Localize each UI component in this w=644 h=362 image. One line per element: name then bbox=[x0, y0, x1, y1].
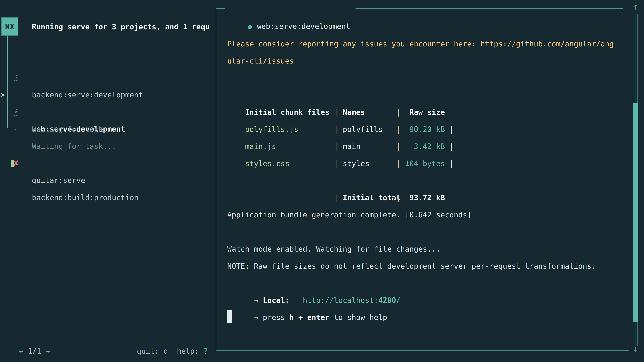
panel-title: ●web:serve:development bbox=[230, 1, 350, 18]
task-row-guitar-serve[interactable]: ✘ guitar:serve bbox=[0, 138, 215, 155]
url-suffix: / bbox=[396, 296, 401, 305]
panel-title-text: web:serve:development bbox=[257, 22, 350, 30]
scroll-down-icon[interactable]: ↓ bbox=[630, 343, 642, 354]
pagination: ←1/1→ bbox=[10, 326, 50, 343]
help-hint-post: to show help bbox=[334, 313, 387, 322]
row-end-separator: | bbox=[449, 159, 454, 168]
panel-border-top bbox=[216, 8, 225, 9]
total-label: Initial total bbox=[343, 189, 396, 206]
nx-logo: NX bbox=[1, 17, 18, 36]
table-row: polyfills.js|polyfills|90.20 kB| bbox=[227, 104, 454, 121]
page-title: Running serve for 3 projects, and 1 requ bbox=[32, 18, 215, 35]
hotkey-hints: quit:qhelp:? bbox=[128, 326, 208, 343]
note-line: NOTE: Raw file sizes do not reflect deve… bbox=[227, 258, 596, 275]
column-separator: | bbox=[334, 155, 343, 172]
total-size: 93.72 kB bbox=[400, 189, 445, 206]
scroll-up-icon[interactable]: ↑ bbox=[630, 1, 642, 12]
help-hint-pre: press bbox=[263, 313, 285, 322]
success-bar-icon bbox=[11, 160, 14, 167]
page-next-icon[interactable]: → bbox=[46, 347, 50, 355]
column-separator: | bbox=[334, 189, 343, 206]
prompt-arrow-icon: → bbox=[254, 313, 258, 322]
page-indicator: 1/1 bbox=[28, 347, 41, 355]
chunk-table-header: Initial chunk files|Names|Raw size bbox=[227, 87, 445, 104]
column-separator: | bbox=[396, 189, 400, 206]
nx-logo-text: NX bbox=[5, 22, 14, 31]
help-hint-keys: h + enter bbox=[290, 313, 330, 322]
page-prev-icon[interactable]: ← bbox=[19, 347, 24, 355]
help-hint-line: →pressh + enterto show help bbox=[227, 292, 387, 309]
task-label: guitar:serve bbox=[32, 172, 85, 189]
scrollbar-thumb[interactable] bbox=[633, 103, 638, 322]
column-separator: | bbox=[396, 155, 400, 172]
cell-name: styles bbox=[343, 155, 396, 172]
help-label: help: bbox=[177, 347, 199, 355]
local-server-line: →Local:http://localhost:4200/ bbox=[227, 275, 400, 292]
waiting-dot-icon: · bbox=[10, 121, 22, 138]
bundle-complete-line: Application bundle generation complete. … bbox=[227, 206, 472, 223]
quit-label: quit: bbox=[137, 347, 159, 355]
table-row: styles.css|styles|104 bytes| bbox=[227, 138, 454, 155]
watch-mode-line: Watch mode enabled. Watching for file ch… bbox=[227, 241, 440, 258]
angular-notice-line-2: ular-cli/issues bbox=[227, 52, 294, 69]
angular-notice-line-1: Please consider reporting any issues you… bbox=[227, 35, 614, 52]
cell-size: 104 bytes bbox=[400, 155, 445, 172]
task-row-web-serve[interactable]: > ⣘ web:serve:development bbox=[0, 69, 215, 86]
task-output-panel: ●web:serve:development Please consider r… bbox=[216, 0, 644, 362]
help-key[interactable]: ? bbox=[204, 347, 208, 355]
task-row-waiting-1[interactable]: · Waiting for task... bbox=[0, 86, 215, 104]
task-row-backend-build[interactable]: backend:build:production bbox=[0, 155, 215, 172]
terminal-cursor bbox=[227, 310, 232, 323]
panel-title-rule bbox=[356, 8, 623, 9]
task-row-backend-serve[interactable]: ⣘ backend:serve:development bbox=[0, 52, 215, 69]
panel-border-left bbox=[216, 8, 216, 351]
cell-file: styles.css bbox=[245, 155, 334, 172]
table-row: main.js|main|3.42 kB| bbox=[227, 121, 454, 138]
task-label: backend:build:production bbox=[32, 189, 138, 206]
running-dot-icon: ● bbox=[248, 23, 252, 30]
quit-key[interactable]: q bbox=[164, 347, 168, 355]
task-row-waiting-2[interactable]: · Waiting for task... bbox=[0, 104, 215, 121]
nx-terminal-ui: { "sidebar": { "logo": "NX", "header": "… bbox=[0, 0, 644, 362]
task-label: Waiting for task... bbox=[32, 121, 116, 138]
table-total-row: |Initial total|93.72 kB bbox=[227, 172, 445, 189]
panel-border-bottom bbox=[216, 351, 628, 351]
